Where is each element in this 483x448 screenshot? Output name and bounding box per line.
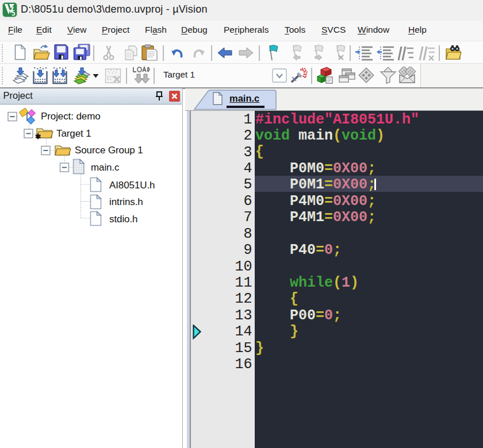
svg-text:✱: ✱: [35, 133, 41, 140]
